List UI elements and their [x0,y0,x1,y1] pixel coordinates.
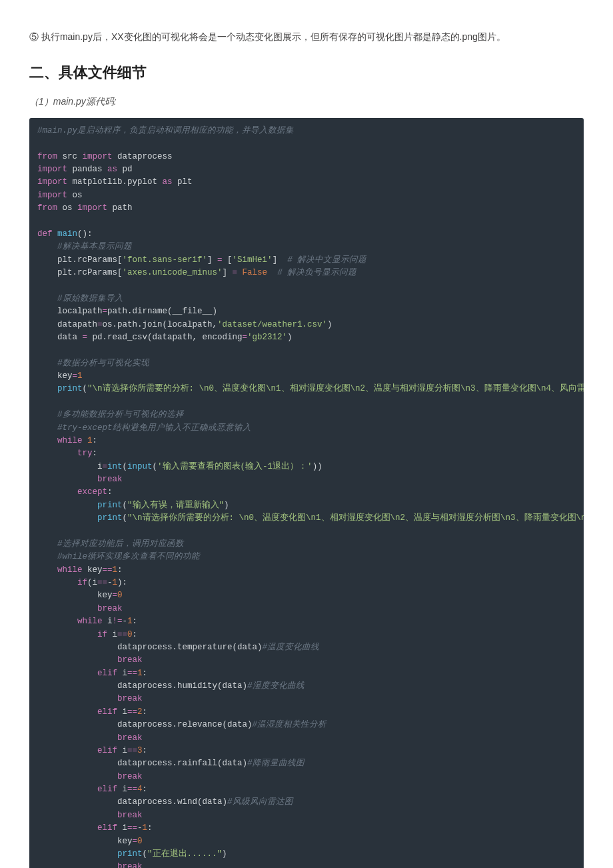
section-title: 二、具体文件细节 [29,60,584,85]
paragraph-item-5: ⑤ 执行main.py后，XX变化图的可视化将会是一个动态变化图展示，但所有保存… [29,29,584,45]
code-block-main-py: #main.py是启动程序，负责启动和调用相应的功能，并导入数据集 from s… [29,118,584,868]
subheading-1: （1）main.py源代码: [29,94,584,110]
